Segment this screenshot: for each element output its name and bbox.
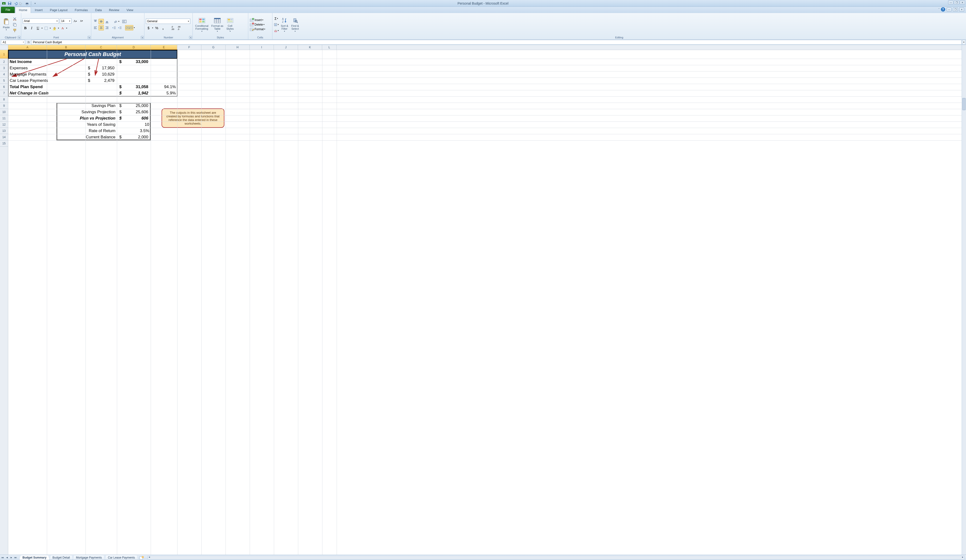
row-header-3[interactable]: 3 bbox=[0, 65, 8, 71]
cell-D6[interactable]: $31,058 bbox=[117, 84, 151, 90]
excel-icon[interactable]: X bbox=[2, 1, 6, 6]
sheet-nav-prev-icon[interactable]: ◄ bbox=[5, 555, 9, 560]
cell-B10[interactable]: Savings Projection bbox=[56, 109, 117, 115]
tab-review[interactable]: Review bbox=[105, 7, 123, 13]
bold-button[interactable]: B bbox=[23, 26, 28, 31]
font-color-icon[interactable]: A bbox=[60, 26, 65, 31]
row-header-14[interactable]: 14 bbox=[0, 134, 8, 140]
row-header-7[interactable]: 7 bbox=[0, 90, 8, 96]
increase-indent-icon[interactable] bbox=[117, 25, 123, 30]
increase-decimal-icon[interactable]: .0.00 bbox=[170, 25, 175, 31]
name-box[interactable]: A1 bbox=[1, 40, 25, 45]
tab-view[interactable]: View bbox=[123, 7, 137, 13]
tab-home[interactable]: Home bbox=[15, 7, 31, 13]
cell-B9[interactable]: Savings Plan bbox=[56, 103, 117, 109]
horizontal-scrollbar[interactable] bbox=[148, 556, 964, 560]
italic-button[interactable]: I bbox=[29, 26, 34, 31]
cell-B12[interactable]: Years of Saving bbox=[56, 122, 117, 128]
sheet-nav-next-icon[interactable]: ► bbox=[9, 555, 13, 560]
font-dialog-launcher[interactable]: ⬊ bbox=[88, 36, 90, 39]
sheet-tab-car-lease-payments[interactable]: Car Lease Payments bbox=[105, 555, 138, 560]
number-format-combo[interactable]: General▾ bbox=[146, 19, 190, 24]
cell-styles-button[interactable]: Cell Styles▾ bbox=[225, 16, 235, 33]
row-header-10[interactable]: 10 bbox=[0, 109, 8, 115]
row-header-8[interactable]: 8 bbox=[0, 96, 8, 103]
row-header-9[interactable]: 9 bbox=[0, 103, 8, 109]
delete-cells-button[interactable]: Delete▾ bbox=[250, 23, 265, 26]
cell-title[interactable]: Personal Cash Budget bbox=[8, 50, 177, 59]
undo-icon[interactable] bbox=[13, 1, 18, 6]
format-cells-button[interactable]: Format▾ bbox=[250, 27, 265, 31]
row-header-1[interactable]: 1 bbox=[0, 50, 8, 59]
tab-data[interactable]: Data bbox=[92, 7, 105, 13]
row-header-4[interactable]: 4 bbox=[0, 71, 8, 77]
row-header-11[interactable]: 11 bbox=[0, 115, 8, 122]
number-dialog-launcher[interactable]: ⬊ bbox=[189, 36, 192, 39]
merge-center-icon[interactable]: a bbox=[125, 25, 133, 30]
sort-filter-button[interactable]: AZ Sort & Filter▾ bbox=[280, 16, 289, 33]
help-icon[interactable]: ? bbox=[941, 7, 945, 11]
row-header-6[interactable]: 6 bbox=[0, 84, 8, 90]
cell-D12[interactable]: 10 bbox=[117, 122, 151, 128]
cell-E6[interactable]: 94.1% bbox=[151, 84, 177, 90]
underline-button[interactable]: U bbox=[35, 26, 41, 31]
clipboard-dialog-launcher[interactable]: ⬊ bbox=[18, 36, 21, 39]
percent-format-icon[interactable]: % bbox=[154, 25, 159, 31]
close-button[interactable]: ✕ bbox=[960, 0, 965, 4]
insert-cells-button[interactable]: Insert▾ bbox=[250, 18, 265, 22]
cell-D2[interactable]: $33,000 bbox=[117, 59, 151, 65]
column-header-K[interactable]: K bbox=[298, 45, 322, 50]
cell-C3[interactable]: $17,950 bbox=[85, 65, 117, 71]
column-header-J[interactable]: J bbox=[274, 45, 298, 50]
comma-format-icon[interactable]: , bbox=[160, 25, 166, 31]
wrap-text-icon[interactable] bbox=[122, 19, 127, 24]
minimize-ribbon-icon[interactable]: ˆ bbox=[938, 8, 940, 11]
cell-B11[interactable]: Plan vs Projection bbox=[56, 115, 117, 122]
row-header-2[interactable]: 2 bbox=[0, 59, 8, 65]
qat-customize-icon[interactable]: ▾ bbox=[33, 1, 38, 6]
find-select-button[interactable]: Find & Select▾ bbox=[290, 16, 300, 33]
grow-font-icon[interactable]: A▴ bbox=[72, 18, 78, 24]
row-header-5[interactable]: 5 bbox=[0, 77, 8, 84]
column-header-F[interactable]: F bbox=[177, 45, 201, 50]
cell-D9[interactable]: $25,000 bbox=[117, 103, 151, 109]
alignment-dialog-launcher[interactable]: ⬊ bbox=[141, 36, 144, 39]
font-size-combo[interactable]: 14▾ bbox=[60, 18, 71, 24]
align-top-icon[interactable] bbox=[93, 19, 98, 24]
tab-file[interactable]: File bbox=[1, 7, 15, 13]
accounting-format-icon[interactable]: $ bbox=[146, 25, 151, 31]
align-left-icon[interactable] bbox=[93, 25, 98, 30]
select-all-corner[interactable] bbox=[0, 45, 8, 50]
tab-page-layout[interactable]: Page Layout bbox=[47, 7, 71, 13]
sheet-nav-first-icon[interactable]: ⏮ bbox=[0, 555, 5, 560]
cell-B13[interactable]: Rate of Return bbox=[56, 128, 117, 134]
row-header-13[interactable]: 13 bbox=[0, 128, 8, 134]
expand-formula-bar-icon[interactable]: ▾ bbox=[962, 40, 966, 45]
tab-formulas[interactable]: Formulas bbox=[71, 7, 91, 13]
align-right-icon[interactable] bbox=[104, 25, 110, 30]
shrink-font-icon[interactable]: A▾ bbox=[79, 18, 84, 24]
formula-input[interactable]: Personal Cash Budget bbox=[31, 40, 962, 45]
column-header-B[interactable]: B bbox=[47, 45, 85, 50]
cell-D7[interactable]: $1,942 bbox=[117, 90, 151, 96]
workbook-minimize-button[interactable]: — bbox=[947, 8, 951, 11]
sheet-tab-mortgage-payments[interactable]: Mortgage Payments bbox=[73, 555, 105, 560]
decrease-decimal-icon[interactable]: .00.0 bbox=[176, 25, 182, 31]
workbook-close-button[interactable]: ✕ bbox=[959, 8, 964, 11]
cell-D14[interactable]: $2,000 bbox=[117, 134, 151, 140]
format-painter-icon[interactable] bbox=[12, 28, 17, 33]
conditional-formatting-button[interactable]: Conditional Formatting▾ bbox=[194, 16, 209, 33]
clear-icon[interactable]: ▾ bbox=[274, 28, 279, 33]
autosum-icon[interactable]: Σ▾ bbox=[274, 16, 279, 21]
align-bottom-icon[interactable] bbox=[104, 19, 110, 24]
row-header-15[interactable]: 15 bbox=[0, 140, 8, 146]
print-icon[interactable] bbox=[25, 1, 30, 6]
align-middle-icon[interactable] bbox=[99, 19, 104, 24]
fill-icon[interactable]: ▾ bbox=[274, 22, 279, 27]
cell-D10[interactable]: $25,606 bbox=[117, 109, 151, 115]
fill-color-icon[interactable] bbox=[52, 26, 57, 31]
orientation-icon[interactable]: ab bbox=[113, 19, 118, 24]
sheet-tab-budget-summary[interactable]: Budget Summary bbox=[19, 555, 49, 560]
format-as-table-button[interactable]: Format as Table▾ bbox=[210, 16, 224, 33]
cell-C4[interactable]: $10,629 bbox=[85, 71, 117, 77]
